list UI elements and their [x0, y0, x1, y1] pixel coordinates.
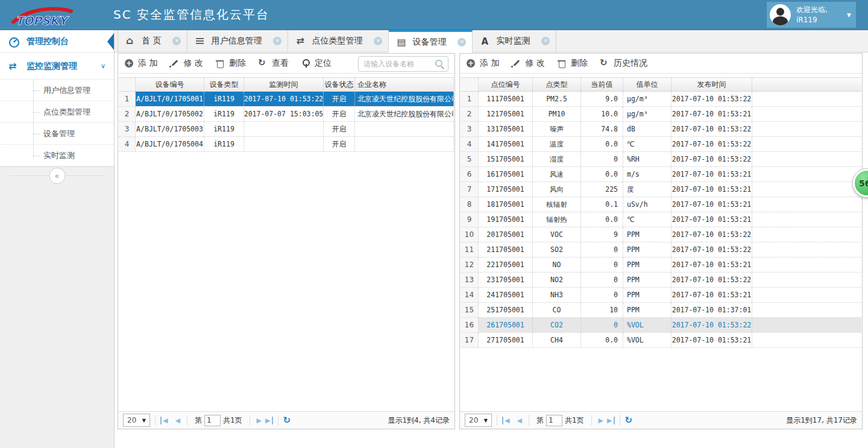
table-row[interactable]: 4 A/BJLT/0/1705004 iR119 开启 [119, 137, 454, 152]
next-page-button[interactable]: ▶ [597, 417, 605, 424]
table-row[interactable]: 11 211705001 SO2 0 PPM 2017-07-10 01:53:… [461, 242, 861, 257]
publish-time-cell: 2017-07-10 01:53:22 [671, 273, 752, 287]
table-row[interactable]: 14 241705001 NH3 0 PPM 2017-07-10 01:53:… [461, 288, 861, 303]
column-header[interactable]: 监测时间 [244, 78, 324, 91]
table-row[interactable]: 9 191705001 辐射热 0.0 ℃ 2017-07-10 01:53:2… [461, 212, 861, 227]
toolbar-button[interactable]: 添 加 [466, 58, 499, 69]
row-number: 1 [119, 92, 136, 106]
close-icon[interactable]: ✕ [172, 37, 181, 45]
close-icon[interactable]: ✕ [273, 37, 281, 45]
tab[interactable]: 设备管理 ✕ [389, 30, 473, 52]
prev-page-button[interactable]: ◀ [173, 417, 181, 424]
current-value-cell: 0.1 [581, 197, 623, 212]
table-row[interactable]: 1 111705001 PM2.5 9.0 μg/m³ 2017-07-10 0… [461, 92, 861, 107]
page-size-select[interactable]: 20 ▼ [465, 414, 492, 427]
toolbar-button[interactable]: 添 加 [124, 58, 157, 69]
table-row[interactable]: 3 131705001 噪声 74.8 dB 2017-07-10 01:53:… [461, 122, 861, 137]
column-header[interactable]: 企业名称 [355, 78, 454, 91]
sidebar-subitem-label: 用户信息管理 [43, 85, 90, 96]
toolbar-button[interactable]: 删除 [557, 58, 588, 69]
filler-cell [752, 107, 861, 121]
company-name-cell [355, 122, 454, 136]
toolbar-button-label: 删除 [229, 58, 246, 69]
table-row[interactable]: 13 231705001 NO2 0 PPM 2017-07-10 01:53:… [461, 273, 861, 288]
column-header[interactable]: 点位编号 [479, 78, 533, 91]
point-code-cell: 111705001 [479, 92, 533, 106]
prev-page-button[interactable]: ◀ [515, 417, 523, 424]
device-status-cell: 开启 [324, 122, 355, 136]
divider [278, 415, 278, 426]
device-code-cell: A/BJLT/0/1705003 [136, 122, 204, 136]
search-input[interactable] [363, 60, 435, 68]
page-number-input[interactable] [204, 415, 221, 426]
search-icon[interactable] [435, 59, 444, 69]
toolbar-button[interactable]: 修 改 [511, 58, 544, 69]
table-row[interactable]: 5 151705001 湿度 0 %RH 2017-07-10 01:53:22 [461, 152, 861, 167]
table-row[interactable]: 7 171705001 风向 225 度 2017-07-10 01:53:21 [461, 182, 861, 197]
tab[interactable]: 首 页 ✕ [118, 30, 187, 52]
row-number: 16 [461, 318, 479, 332]
refresh-icon[interactable]: ↻ [283, 415, 291, 426]
sidebar-subitem[interactable]: 点位类型管理 [0, 101, 114, 123]
table-row[interactable]: 2 121705001 PM10 10.0 μg/m³ 2017-07-10 0… [461, 107, 861, 122]
table-row[interactable]: 1 A/BJLT/0/1705001 iR119 2017-07-10 01:5… [119, 92, 454, 107]
first-page-button[interactable]: ◀ [160, 417, 169, 424]
refresh-icon[interactable]: ↻ [625, 415, 633, 426]
device-type-cell: iR119 [204, 107, 244, 121]
last-page-button[interactable]: ▶ [605, 417, 614, 424]
page-number-input[interactable] [546, 415, 562, 426]
page-size-select[interactable]: 20 ▼ [123, 414, 150, 427]
table-row[interactable]: 10 201705001 VOC 9 PPM 2017-07-10 01:53:… [461, 227, 861, 242]
first-page-button[interactable]: ◀ [502, 417, 511, 424]
tab[interactable]: 用户信息管理 ✕ [187, 30, 288, 52]
toolbar-button[interactable]: 历史情况 [600, 58, 647, 69]
table-row[interactable]: 15 251705001 CO 10 PPM 2017-07-10 01:37:… [461, 303, 861, 318]
tab[interactable]: 实时监测 ✕ [473, 30, 556, 52]
column-header[interactable]: 值单位 [623, 78, 671, 91]
column-header[interactable]: 设备状态 [324, 78, 355, 91]
toolbar-button[interactable]: 修 改 [169, 58, 203, 69]
column-header[interactable]: 设备编号 [136, 78, 204, 91]
publish-time-cell: 2017-07-10 01:53:22 [671, 227, 752, 242]
value-unit-cell: m/s [623, 167, 671, 181]
close-icon[interactable]: ✕ [458, 38, 466, 46]
column-header[interactable]: 设备类型 [204, 78, 244, 91]
panels-row: 添 加 修 改 删除 [115, 52, 868, 448]
tab[interactable]: 点位类型管理 ✕ [288, 30, 389, 52]
view-icon [258, 58, 268, 68]
column-header[interactable]: 发布时间 [671, 78, 752, 91]
table-row[interactable]: 17 271705001 CH4 0.0 %VOL 2017-07-10 01:… [461, 333, 861, 348]
toolbar-button[interactable]: 查看 [258, 58, 289, 69]
sidebar-subitem[interactable]: 设备管理 [0, 123, 114, 145]
last-page-button[interactable]: ▶ [263, 417, 272, 424]
publish-time-cell: 2017-07-10 01:53:22 [671, 318, 752, 332]
divider [620, 415, 620, 426]
sidebar-item-monitoring-group[interactable]: 监控监测管理 ∨ [0, 53, 114, 80]
row-number: 3 [461, 122, 479, 136]
tab-label: 实时监测 [496, 36, 530, 46]
column-header[interactable]: 当前值 [581, 78, 623, 91]
close-icon[interactable]: ✕ [374, 37, 382, 45]
row-number: 3 [119, 122, 136, 136]
sidebar-subitem[interactable]: 实时监测 [0, 145, 114, 166]
column-header[interactable]: 点类型 [533, 78, 581, 91]
table-row[interactable]: 3 A/BJLT/0/1705003 iR119 开启 [119, 122, 454, 137]
value-unit-cell: PPM [623, 257, 671, 272]
collapse-sidebar-button[interactable]: « [49, 168, 65, 184]
close-icon[interactable]: ✕ [541, 37, 550, 45]
user-menu[interactable]: 欢迎光临, iR119 ▼ [767, 2, 856, 28]
table-row[interactable]: 8 181705001 核辐射 0.1 uSv/h 2017-07-10 01:… [461, 197, 861, 212]
point-code-cell: 221705001 [479, 257, 533, 272]
table-row[interactable]: 6 161705001 风速 0.0 m/s 2017-07-10 01:53:… [461, 167, 861, 182]
table-row[interactable]: 12 221705001 NO 0 PPM 2017-07-10 01:53:2… [461, 257, 861, 273]
table-row[interactable]: 2 A/BJLT/0/1705002 iR119 2017-07-07 15:0… [119, 107, 454, 122]
toolbar-button[interactable]: 删除 [215, 58, 246, 69]
sidebar-item-console[interactable]: 管理控制台 [0, 30, 114, 53]
current-value-cell: 0 [581, 152, 623, 166]
table-row[interactable]: 4 141705001 温度 0.0 ℃ 2017-07-10 01:53:22 [461, 137, 861, 152]
next-page-button[interactable]: ▶ [255, 417, 263, 424]
toolbar-button[interactable]: 定位 [301, 58, 332, 69]
divider [497, 415, 497, 426]
sidebar-subitem[interactable]: 用户信息管理 [0, 80, 114, 101]
table-row[interactable]: 16 261705001 CO2 0 %VOL 2017-07-10 01:53… [461, 318, 861, 333]
